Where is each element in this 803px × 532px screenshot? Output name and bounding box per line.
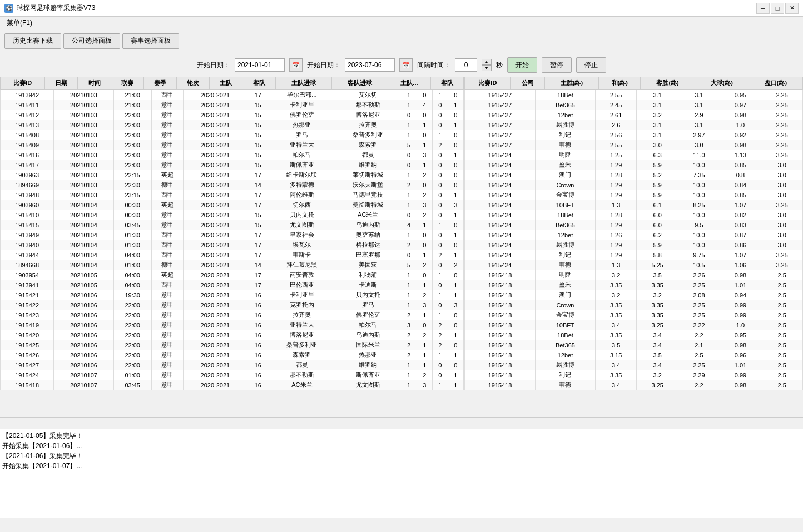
table-row[interactable]: 19154162021010322:00意甲2020-202115帕尔马都灵03… — [1, 150, 464, 160]
table-row[interactable]: 18946682021010401:00德甲2020-202114拜仁慕尼黑美因… — [1, 260, 464, 270]
table-row[interactable]: 1915418金宝博3.353.352.250.992.5 — [465, 310, 803, 320]
end-date-picker-button[interactable]: 📅 — [399, 58, 413, 72]
table-cell: 2 — [401, 330, 417, 340]
start-date-input[interactable] — [235, 58, 285, 72]
table-row[interactable]: 19139442021010404:00西甲2020-202117韦斯卡巴塞罗那… — [1, 250, 464, 260]
table-cell: 都灵 — [269, 360, 335, 370]
table-row[interactable]: 1915424金宝博1.295.910.00.853.0 — [465, 190, 803, 200]
left-table-body[interactable]: 19139422021010321:00西甲2020-202117毕尔巴鄂...… — [0, 90, 464, 417]
table-cell: 20210107 — [54, 380, 114, 390]
table-row[interactable]: 1915424Crown1.295.910.00.843.0 — [465, 180, 803, 190]
table-row[interactable]: 191541818Bet3.353.42.20.952.5 — [465, 330, 803, 340]
company-panel-button[interactable]: 公司选择面板 — [63, 33, 120, 49]
table-row[interactable]: 191541812bet3.153.52.50.962.5 — [465, 350, 803, 360]
table-cell: 意甲 — [151, 160, 184, 170]
table-row[interactable]: 19039542021010504:00英超2020-202117南安普敦利物浦… — [1, 270, 464, 280]
end-date-input[interactable] — [345, 58, 395, 72]
table-row[interactable]: 1915424盈禾1.295.910.00.853.0 — [465, 160, 803, 170]
table-row[interactable]: 1915418明陞3.23.52.260.982.5 — [465, 270, 803, 280]
table-cell: 2020-2021 — [184, 240, 247, 250]
table-row[interactable]: 19139482021010323:15西甲2020-202117阿伦维斯马德里… — [1, 190, 464, 200]
table-row[interactable]: 1915424韦德1.35.2510.51.063.25 — [465, 260, 803, 270]
maximize-button[interactable]: □ — [771, 3, 784, 14]
table-row[interactable]: 1915418利记3.353.22.290.992.5 — [465, 370, 803, 380]
table-row[interactable]: 19154112021010321:00意甲2020-202115卡利亚里那不勒… — [1, 100, 464, 110]
table-row[interactable]: 19139402021010401:30西甲2020-202117埃瓦尔格拉那达… — [1, 240, 464, 250]
table-row[interactable]: 19154152021010403:45意甲2020-202115尤文图斯乌迪内… — [1, 220, 464, 230]
table-row[interactable]: 1915427利记2.563.12.970.922.25 — [465, 130, 803, 140]
table-row[interactable]: 1915418盈禾3.353.352.251.012.5 — [465, 280, 803, 290]
table-row[interactable]: 191542418Bet1.286.010.00.823.0 — [465, 210, 803, 220]
table-row[interactable]: 191541810BET3.43.252.221.02.5 — [465, 320, 803, 330]
interval-input[interactable] — [455, 58, 477, 72]
table-row[interactable]: 18946692021010322:30德甲2020-202114多特蒙德沃尔夫… — [1, 180, 464, 190]
table-row[interactable]: 19139412021010504:00西甲2020-202117巴伦西亚卡迪斯… — [1, 280, 464, 290]
table-cell: 3.5 — [637, 270, 678, 280]
table-row[interactable]: 19154082021010322:00意甲2020-202115罗马桑普多利亚… — [1, 130, 464, 140]
table-cell: 意甲 — [151, 310, 184, 320]
table-row[interactable]: 1915418Crown3.353.352.250.992.5 — [465, 300, 803, 310]
table-row[interactable]: 19154102021010400:30意甲2020-202115贝内文托AC米… — [1, 210, 464, 220]
table-cell: 1 — [417, 120, 432, 130]
table-row[interactable]: 19154182021010703:45意甲2020-202116AC米兰尤文图… — [1, 380, 464, 390]
table-row[interactable]: 19154242021010701:00意甲2020-202116那不勒斯斯佩齐… — [1, 370, 464, 380]
table-row[interactable]: 19139492021010401:30西甲2020-202117皇家社会奥萨苏… — [1, 230, 464, 240]
stop-button[interactable]: 停止 — [576, 57, 606, 73]
start-date-picker-button[interactable]: 📅 — [289, 58, 303, 72]
table-row[interactable]: 19139422021010321:00西甲2020-202117毕尔巴鄂...… — [1, 90, 464, 100]
close-button[interactable]: ✕ — [785, 3, 799, 14]
app-title: 球探网足球赔率采集器V73 — [17, 3, 95, 13]
table-cell: 尤文图斯 — [335, 380, 401, 390]
menu-item-main[interactable]: 菜单(F1) — [4, 18, 34, 28]
start-button[interactable]: 开始 — [507, 57, 537, 73]
right-hscroll[interactable] — [464, 417, 803, 429]
table-row[interactable]: 1915424易胜博1.295.910.00.863.0 — [465, 240, 803, 250]
table-row[interactable]: 191542410BET1.36.18.251.073.25 — [465, 200, 803, 210]
table-cell: 10.0 — [678, 240, 720, 250]
table-row[interactable]: 1915424利记1.295.89.751.073.25 — [465, 250, 803, 260]
right-table-body[interactable]: 191542718Bet2.553.13.10.952.251915427Bet… — [464, 90, 803, 417]
table-row[interactable]: 19154232021010622:00意甲2020-202116拉齐奥佛罗伦萨… — [1, 310, 464, 320]
table-row[interactable]: 1915418韦德3.43.252.20.982.5 — [465, 380, 803, 390]
table-row[interactable]: 19154122021010322:00意甲2020-202115佛罗伦萨博洛尼… — [1, 110, 464, 120]
table-row[interactable]: 19154262021010622:00意甲2020-202116森索罗热那亚2… — [1, 350, 464, 360]
table-row[interactable]: 19039602021010400:30英超2020-202117切尔西曼彻斯特… — [1, 200, 464, 210]
table-row[interactable]: 1915424澳门1.285.27.350.83.0 — [465, 170, 803, 180]
table-row[interactable]: 19154252021010622:00意甲2020-202116桑普多利亚国际… — [1, 340, 464, 350]
table-row[interactable]: 19154272021010622:00意甲2020-202116都灵维罗纳11… — [1, 360, 464, 370]
table-row[interactable]: 191542412bet1.266.210.00.873.0 — [465, 230, 803, 240]
table-row[interactable]: 1915418澳门3.23.22.080.942.5 — [465, 290, 803, 300]
interval-up-button[interactable]: ▲ — [482, 59, 492, 65]
match-panel-button[interactable]: 赛事选择面板 — [122, 33, 179, 49]
left-hscroll[interactable] — [0, 417, 464, 429]
minimize-button[interactable]: ─ — [756, 3, 770, 14]
table-row[interactable]: 191542712bet2.613.22.90.982.25 — [465, 110, 803, 120]
table-row[interactable]: 19039632021010322:15英超2020-202117纽卡斯尔联莱切… — [1, 170, 464, 180]
table-cell: 4 — [401, 220, 417, 230]
table-row[interactable]: 1915427Bet3652.453.13.10.972.25 — [465, 100, 803, 110]
table-cell: 2020-2021 — [184, 280, 247, 290]
table-row[interactable]: 1915418Bet3653.53.42.10.982.5 — [465, 340, 803, 350]
table-row[interactable]: 19154192021010622:00意甲2020-202116亚特兰大帕尔马… — [1, 320, 464, 330]
table-row[interactable]: 1915424Bet3651.296.09.50.833.0 — [465, 220, 803, 230]
table-cell: 2 — [432, 340, 448, 350]
table-cell: 1 — [417, 160, 432, 170]
table-cell: 0.85 — [720, 190, 761, 200]
table-row[interactable]: 191542718Bet2.553.13.10.952.25 — [465, 90, 803, 100]
interval-down-button[interactable]: ▼ — [482, 65, 492, 71]
table-row[interactable]: 1915427易胜博2.63.13.11.02.25 — [465, 120, 803, 130]
table-row[interactable]: 1915427韦德2.553.03.00.982.25 — [465, 140, 803, 150]
table-cell: 22:00 — [113, 310, 151, 320]
pause-button[interactable]: 暂停 — [542, 57, 572, 73]
table-cell: 1 — [417, 360, 432, 370]
table-cell: 20210105 — [54, 280, 114, 290]
table-row[interactable]: 19154172021010322:00意甲2020-202115斯佩齐亚维罗纳… — [1, 160, 464, 170]
table-row[interactable]: 19154132021010322:00意甲2020-202115热那亚拉齐奥1… — [1, 120, 464, 130]
table-row[interactable]: 1915424明陞1.256.311.01.133.25 — [465, 150, 803, 160]
table-row[interactable]: 19154212021010619:30意甲2020-202116卡利亚里贝内文… — [1, 290, 464, 300]
table-row[interactable]: 19154202021010622:00意甲2020-202116博洛尼亚乌迪内… — [1, 330, 464, 340]
table-row[interactable]: 1915418易胜博3.43.42.251.012.5 — [465, 360, 803, 370]
table-row[interactable]: 19154092021010322:00意甲2020-202115亚特兰大森索罗… — [1, 140, 464, 150]
history-download-button[interactable]: 历史比赛下载 — [4, 33, 61, 49]
table-row[interactable]: 19154222021010622:00意甲2020-202116克罗托内罗马1… — [1, 300, 464, 310]
